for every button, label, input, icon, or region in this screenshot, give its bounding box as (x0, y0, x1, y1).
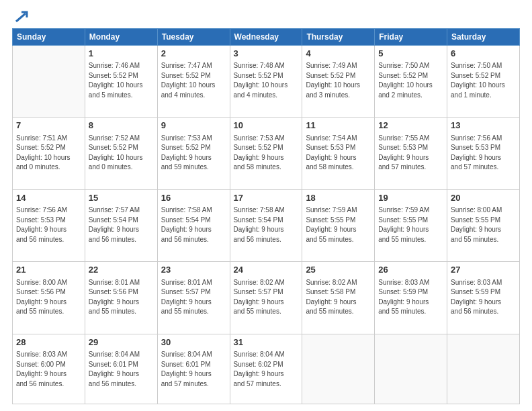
table-row: 3Sunrise: 7:48 AMSunset: 5:52 PMDaylight… (230, 46, 302, 118)
day-number: 4 (306, 48, 371, 60)
table-row: 17Sunrise: 7:58 AMSunset: 5:54 PMDayligh… (230, 189, 302, 261)
day-info: Sunrise: 7:51 AMSunset: 5:52 PMDaylight:… (16, 134, 81, 173)
day-info: Sunrise: 8:02 AMSunset: 5:58 PMDaylight:… (306, 278, 371, 317)
table-row: 26Sunrise: 8:03 AMSunset: 5:59 PMDayligh… (375, 262, 447, 334)
day-info: Sunrise: 7:50 AMSunset: 5:52 PMDaylight:… (378, 61, 443, 100)
table-row: 25Sunrise: 8:02 AMSunset: 5:58 PMDayligh… (302, 262, 375, 334)
day-info: Sunrise: 7:53 AMSunset: 5:52 PMDaylight:… (234, 134, 299, 173)
day-number: 6 (451, 48, 516, 60)
day-number: 1 (89, 48, 154, 60)
calendar-week-row: 14Sunrise: 7:56 AMSunset: 5:53 PMDayligh… (13, 189, 520, 261)
header-tuesday: Tuesday (157, 29, 230, 46)
table-row: 8Sunrise: 7:52 AMSunset: 5:52 PMDaylight… (85, 118, 157, 189)
day-info: Sunrise: 7:53 AMSunset: 5:52 PMDaylight:… (161, 134, 226, 173)
day-info: Sunrise: 7:56 AMSunset: 5:53 PMDaylight:… (16, 205, 81, 244)
header-friday: Friday (375, 29, 447, 46)
calendar-week-row: 7Sunrise: 7:51 AMSunset: 5:52 PMDaylight… (13, 118, 520, 189)
day-info: Sunrise: 8:01 AMSunset: 5:57 PMDaylight:… (161, 278, 226, 317)
table-row: 4Sunrise: 7:49 AMSunset: 5:52 PMDaylight… (302, 46, 375, 118)
day-info: Sunrise: 7:46 AMSunset: 5:52 PMDaylight:… (89, 61, 154, 100)
day-number: 14 (16, 192, 81, 204)
header-thursday: Thursday (302, 29, 375, 46)
table-row: 9Sunrise: 7:53 AMSunset: 5:52 PMDaylight… (157, 118, 230, 189)
day-number: 5 (378, 48, 443, 60)
day-number: 17 (234, 192, 299, 204)
day-info: Sunrise: 7:56 AMSunset: 5:53 PMDaylight:… (451, 134, 516, 173)
table-row (302, 334, 375, 404)
day-number: 23 (161, 264, 226, 276)
day-info: Sunrise: 7:58 AMSunset: 5:54 PMDaylight:… (234, 205, 299, 244)
table-row: 22Sunrise: 8:01 AMSunset: 5:56 PMDayligh… (85, 262, 157, 334)
day-info: Sunrise: 7:48 AMSunset: 5:52 PMDaylight:… (234, 61, 299, 100)
table-row (447, 334, 520, 404)
day-number: 22 (89, 264, 154, 276)
table-row (13, 46, 85, 118)
table-row: 2Sunrise: 7:47 AMSunset: 5:52 PMDaylight… (157, 46, 230, 118)
header-monday: Monday (85, 29, 157, 46)
day-number: 15 (89, 192, 154, 204)
header-sunday: Sunday (13, 29, 85, 46)
table-row: 28Sunrise: 8:03 AMSunset: 6:00 PMDayligh… (13, 334, 85, 404)
day-number: 18 (306, 192, 371, 204)
table-row: 23Sunrise: 8:01 AMSunset: 5:57 PMDayligh… (157, 262, 230, 334)
table-row: 14Sunrise: 7:56 AMSunset: 5:53 PMDayligh… (13, 189, 85, 261)
day-info: Sunrise: 7:59 AMSunset: 5:55 PMDaylight:… (378, 205, 443, 244)
day-info: Sunrise: 7:49 AMSunset: 5:52 PMDaylight:… (306, 61, 371, 100)
table-row: 13Sunrise: 7:56 AMSunset: 5:53 PMDayligh… (447, 118, 520, 189)
table-row: 5Sunrise: 7:50 AMSunset: 5:52 PMDaylight… (375, 46, 447, 118)
day-number: 13 (451, 120, 516, 132)
table-row: 10Sunrise: 7:53 AMSunset: 5:52 PMDayligh… (230, 118, 302, 189)
day-number: 29 (89, 336, 154, 349)
table-row: 12Sunrise: 7:55 AMSunset: 5:53 PMDayligh… (375, 118, 447, 189)
day-number: 21 (16, 264, 81, 276)
day-number: 30 (161, 336, 226, 349)
day-number: 9 (161, 120, 226, 132)
day-info: Sunrise: 8:04 AMSunset: 6:01 PMDaylight:… (161, 350, 226, 389)
day-info: Sunrise: 7:50 AMSunset: 5:52 PMDaylight:… (451, 61, 516, 100)
day-info: Sunrise: 7:57 AMSunset: 5:54 PMDaylight:… (89, 205, 154, 244)
day-number: 7 (16, 120, 81, 132)
day-info: Sunrise: 8:04 AMSunset: 6:02 PMDaylight:… (234, 350, 299, 389)
day-info: Sunrise: 8:03 AMSunset: 5:59 PMDaylight:… (378, 278, 443, 317)
day-number: 31 (234, 336, 299, 349)
logo-icon (13, 9, 28, 24)
day-info: Sunrise: 7:59 AMSunset: 5:55 PMDaylight:… (306, 205, 371, 244)
table-row: 30Sunrise: 8:04 AMSunset: 6:01 PMDayligh… (157, 334, 230, 404)
day-info: Sunrise: 8:04 AMSunset: 6:01 PMDaylight:… (89, 350, 154, 389)
table-row: 21Sunrise: 8:00 AMSunset: 5:56 PMDayligh… (13, 262, 85, 334)
weekday-header-row: Sunday Monday Tuesday Wednesday Thursday… (13, 29, 520, 46)
table-row: 16Sunrise: 7:58 AMSunset: 5:54 PMDayligh… (157, 189, 230, 261)
calendar-week-row: 28Sunrise: 8:03 AMSunset: 6:00 PMDayligh… (13, 334, 520, 404)
day-info: Sunrise: 8:00 AMSunset: 5:55 PMDaylight:… (451, 205, 516, 244)
calendar-week-row: 1Sunrise: 7:46 AMSunset: 5:52 PMDaylight… (13, 46, 520, 118)
day-number: 27 (451, 264, 516, 276)
table-row: 29Sunrise: 8:04 AMSunset: 6:01 PMDayligh… (85, 334, 157, 404)
day-info: Sunrise: 7:54 AMSunset: 5:53 PMDaylight:… (306, 134, 371, 173)
day-number: 8 (89, 120, 154, 132)
table-row (375, 334, 447, 404)
page: Sunday Monday Tuesday Wednesday Thursday… (0, 0, 532, 411)
table-row: 31Sunrise: 8:04 AMSunset: 6:02 PMDayligh… (230, 334, 302, 404)
day-number: 10 (234, 120, 299, 132)
table-row: 20Sunrise: 8:00 AMSunset: 5:55 PMDayligh… (447, 189, 520, 261)
table-row: 27Sunrise: 8:03 AMSunset: 5:59 PMDayligh… (447, 262, 520, 334)
day-number: 16 (161, 192, 226, 204)
day-number: 26 (378, 264, 443, 276)
day-info: Sunrise: 7:52 AMSunset: 5:52 PMDaylight:… (89, 134, 154, 173)
day-info: Sunrise: 7:55 AMSunset: 5:53 PMDaylight:… (378, 134, 443, 173)
table-row: 24Sunrise: 8:02 AMSunset: 5:57 PMDayligh… (230, 262, 302, 334)
table-row: 1Sunrise: 7:46 AMSunset: 5:52 PMDaylight… (85, 46, 157, 118)
header-wednesday: Wednesday (230, 29, 302, 46)
day-info: Sunrise: 7:47 AMSunset: 5:52 PMDaylight:… (161, 61, 226, 100)
day-info: Sunrise: 8:02 AMSunset: 5:57 PMDaylight:… (234, 278, 299, 317)
header-saturday: Saturday (447, 29, 520, 46)
day-number: 24 (234, 264, 299, 276)
day-number: 2 (161, 48, 226, 60)
day-info: Sunrise: 8:00 AMSunset: 5:56 PMDaylight:… (16, 278, 81, 317)
day-number: 19 (378, 192, 443, 204)
header (12, 12, 520, 21)
table-row: 15Sunrise: 7:57 AMSunset: 5:54 PMDayligh… (85, 189, 157, 261)
day-info: Sunrise: 8:01 AMSunset: 5:56 PMDaylight:… (89, 278, 154, 317)
day-number: 28 (16, 336, 81, 349)
table-row: 11Sunrise: 7:54 AMSunset: 5:53 PMDayligh… (302, 118, 375, 189)
